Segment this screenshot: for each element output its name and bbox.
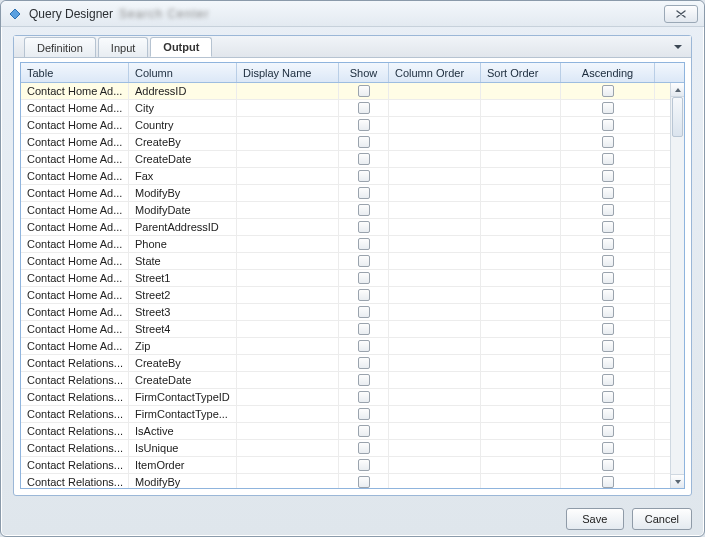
cell-display-name[interactable] — [237, 236, 339, 252]
cell-sort-order[interactable] — [481, 270, 561, 286]
cell-column-order[interactable] — [389, 219, 481, 235]
cell-display-name[interactable] — [237, 117, 339, 133]
table-row[interactable]: Contact Relations...FirmContactType... — [21, 406, 670, 423]
checkbox-ascending[interactable] — [602, 170, 614, 182]
cell-display-name[interactable] — [237, 185, 339, 201]
tab-input[interactable]: Input — [98, 37, 148, 57]
cell-sort-order[interactable] — [481, 389, 561, 405]
cell-table[interactable]: Contact Relations... — [21, 440, 129, 456]
cell-display-name[interactable] — [237, 474, 339, 488]
cell-show[interactable] — [339, 474, 389, 488]
cell-show[interactable] — [339, 219, 389, 235]
cell-column-order[interactable] — [389, 134, 481, 150]
cell-sort-order[interactable] — [481, 457, 561, 473]
cell-table[interactable]: Contact Home Ad... — [21, 270, 129, 286]
cell-show[interactable] — [339, 440, 389, 456]
table-row[interactable]: Contact Relations...CreateBy — [21, 355, 670, 372]
cell-column[interactable]: ModifyBy — [129, 185, 237, 201]
cell-display-name[interactable] — [237, 168, 339, 184]
cell-ascending[interactable] — [561, 202, 655, 218]
cell-table[interactable]: Contact Home Ad... — [21, 134, 129, 150]
cell-sort-order[interactable] — [481, 287, 561, 303]
cell-sort-order[interactable] — [481, 474, 561, 488]
table-row[interactable]: Contact Home Ad...Street3 — [21, 304, 670, 321]
checkbox-show[interactable] — [358, 187, 370, 199]
cell-table[interactable]: Contact Home Ad... — [21, 219, 129, 235]
cell-column[interactable]: ItemOrder — [129, 457, 237, 473]
scroll-thumb[interactable] — [672, 97, 683, 137]
cell-show[interactable] — [339, 338, 389, 354]
cell-column-order[interactable] — [389, 474, 481, 488]
cell-sort-order[interactable] — [481, 117, 561, 133]
cell-ascending[interactable] — [561, 168, 655, 184]
cell-show[interactable] — [339, 185, 389, 201]
checkbox-ascending[interactable] — [602, 340, 614, 352]
table-row[interactable]: Contact Home Ad...ParentAddressID — [21, 219, 670, 236]
cell-ascending[interactable] — [561, 338, 655, 354]
col-header-sort-order[interactable]: Sort Order — [481, 63, 561, 82]
checkbox-ascending[interactable] — [602, 187, 614, 199]
cell-ascending[interactable] — [561, 185, 655, 201]
checkbox-show[interactable] — [358, 340, 370, 352]
cell-display-name[interactable] — [237, 83, 339, 99]
table-row[interactable]: Contact Home Ad...Country — [21, 117, 670, 134]
checkbox-ascending[interactable] — [602, 136, 614, 148]
cell-ascending[interactable] — [561, 219, 655, 235]
cell-display-name[interactable] — [237, 304, 339, 320]
cell-show[interactable] — [339, 151, 389, 167]
cell-display-name[interactable] — [237, 202, 339, 218]
cell-sort-order[interactable] — [481, 355, 561, 371]
checkbox-ascending[interactable] — [602, 374, 614, 386]
cell-show[interactable] — [339, 202, 389, 218]
cancel-button[interactable]: Cancel — [632, 508, 692, 530]
checkbox-show[interactable] — [358, 459, 370, 471]
cell-column-order[interactable] — [389, 100, 481, 116]
cell-ascending[interactable] — [561, 134, 655, 150]
cell-column[interactable]: CreateBy — [129, 355, 237, 371]
cell-sort-order[interactable] — [481, 168, 561, 184]
cell-column[interactable]: ParentAddressID — [129, 219, 237, 235]
cell-column-order[interactable] — [389, 457, 481, 473]
checkbox-ascending[interactable] — [602, 391, 614, 403]
cell-sort-order[interactable] — [481, 151, 561, 167]
cell-ascending[interactable] — [561, 372, 655, 388]
checkbox-show[interactable] — [358, 306, 370, 318]
checkbox-show[interactable] — [358, 255, 370, 267]
cell-column-order[interactable] — [389, 202, 481, 218]
cell-display-name[interactable] — [237, 287, 339, 303]
checkbox-ascending[interactable] — [602, 119, 614, 131]
cell-column[interactable]: Country — [129, 117, 237, 133]
scroll-up-arrow[interactable] — [671, 83, 684, 97]
cell-show[interactable] — [339, 457, 389, 473]
cell-table[interactable]: Contact Home Ad... — [21, 202, 129, 218]
cell-column-order[interactable] — [389, 185, 481, 201]
col-header-show[interactable]: Show — [339, 63, 389, 82]
cell-sort-order[interactable] — [481, 83, 561, 99]
checkbox-ascending[interactable] — [602, 238, 614, 250]
cell-table[interactable]: Contact Home Ad... — [21, 83, 129, 99]
cell-column-order[interactable] — [389, 117, 481, 133]
checkbox-ascending[interactable] — [602, 408, 614, 420]
cell-display-name[interactable] — [237, 372, 339, 388]
checkbox-show[interactable] — [358, 357, 370, 369]
cell-sort-order[interactable] — [481, 100, 561, 116]
cell-column-order[interactable] — [389, 355, 481, 371]
cell-table[interactable]: Contact Relations... — [21, 372, 129, 388]
cell-display-name[interactable] — [237, 406, 339, 422]
cell-column-order[interactable] — [389, 287, 481, 303]
table-row[interactable]: Contact Home Ad...Zip — [21, 338, 670, 355]
checkbox-show[interactable] — [358, 102, 370, 114]
cell-display-name[interactable] — [237, 100, 339, 116]
cell-ascending[interactable] — [561, 321, 655, 337]
cell-display-name[interactable] — [237, 151, 339, 167]
cell-table[interactable]: Contact Home Ad... — [21, 236, 129, 252]
cell-show[interactable] — [339, 423, 389, 439]
checkbox-show[interactable] — [358, 391, 370, 403]
cell-table[interactable]: Contact Relations... — [21, 457, 129, 473]
cell-show[interactable] — [339, 372, 389, 388]
cell-column[interactable]: AddressID — [129, 83, 237, 99]
table-row[interactable]: Contact Home Ad...Fax — [21, 168, 670, 185]
cell-sort-order[interactable] — [481, 134, 561, 150]
checkbox-show[interactable] — [358, 323, 370, 335]
cell-column-order[interactable] — [389, 151, 481, 167]
